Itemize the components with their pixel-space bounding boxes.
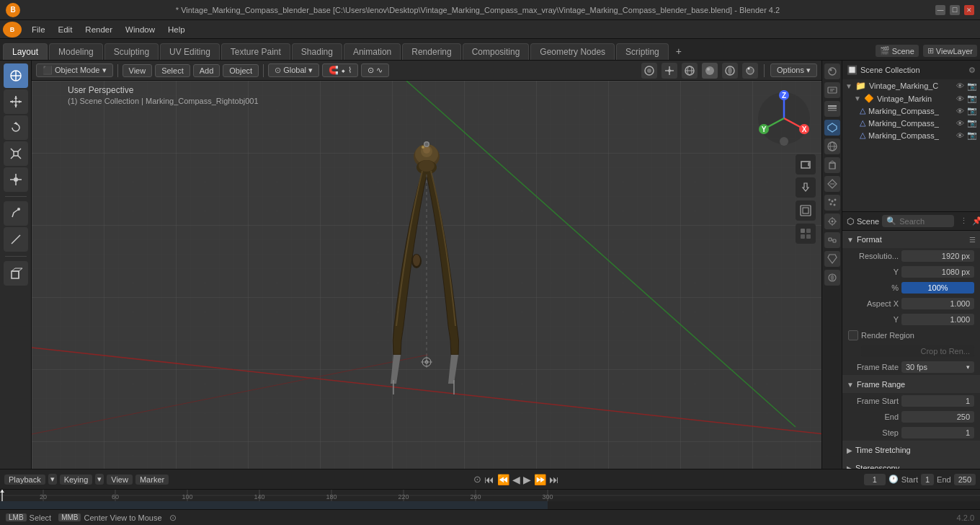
viewport-shading-wire[interactable]	[682, 63, 698, 79]
transform-space[interactable]: ⊙ Global ▾	[268, 63, 319, 77]
frame-rate-select[interactable]: 30 fps ▾	[901, 361, 974, 373]
zoom-extents[interactable]	[796, 200, 816, 221]
properties-pin-icon[interactable]: 📌	[972, 216, 980, 226]
tab-geometry-nodes[interactable]: Geometry Nodes	[530, 43, 615, 60]
cursor-tool[interactable]	[4, 63, 28, 88]
menu-help[interactable]: Help	[162, 24, 191, 35]
jump-start-button[interactable]: ⏮	[484, 474, 494, 485]
object-properties-icon[interactable]	[824, 157, 840, 173]
visibility-icon-4[interactable]: 👁	[956, 119, 964, 128]
tab-scripting[interactable]: Scripting	[616, 43, 669, 60]
viewlayer-selector[interactable]: ⊞ ViewLayer	[923, 45, 977, 57]
viewport-gizmos[interactable]	[662, 63, 677, 79]
tab-sculpting[interactable]: Sculpting	[104, 43, 159, 60]
world-properties-icon[interactable]	[824, 138, 840, 154]
frame-step-value[interactable]: 1	[901, 427, 974, 438]
options-button[interactable]: Options ▾	[770, 63, 817, 77]
tab-texture-paint[interactable]: Texture Paint	[221, 43, 290, 60]
stereoscopy-header[interactable]: ▶ Stereoscopy	[842, 459, 980, 469]
restrict-icon-3[interactable]: 📷	[967, 106, 977, 115]
view-menu-timeline[interactable]: View	[107, 475, 133, 485]
visibility-icon-3[interactable]: 👁	[956, 107, 964, 115]
outliner-item-mesh3[interactable]: △ Marking_Compass_ 👁 📷	[842, 129, 980, 141]
toggle-quad[interactable]	[796, 224, 816, 244]
current-frame-field[interactable]: 1	[864, 474, 886, 485]
output-properties-icon[interactable]	[824, 82, 840, 98]
tl-icon-filter[interactable]: ⊙	[473, 474, 481, 485]
add-menu[interactable]: Add	[193, 64, 220, 77]
play-button[interactable]: ▶	[523, 474, 531, 485]
menu-edit[interactable]: Edit	[53, 24, 79, 35]
render-region-checkbox[interactable]	[848, 330, 858, 340]
constraints-icon[interactable]	[824, 232, 840, 248]
material-properties-icon[interactable]	[824, 270, 840, 286]
frame-range-section-header[interactable]: ▼ Frame Range	[842, 376, 980, 393]
scale-tool[interactable]	[4, 141, 28, 166]
viewport-shading-render[interactable]	[742, 63, 758, 79]
camera-icon[interactable]: 📷	[967, 81, 977, 91]
crop-render-value[interactable]: Crop to Ren...	[861, 345, 974, 357]
camera-view-button[interactable]	[796, 154, 816, 175]
timeline-track[interactable]: 20 60 100 140 180 220 260 300	[0, 489, 980, 509]
outliner-item-mesh2[interactable]: △ Marking_Compass_ 👁 📷	[842, 117, 980, 129]
keying-dropdown[interactable]: ▾	[95, 474, 104, 485]
render-properties-icon[interactable]	[824, 63, 840, 79]
transform-tool[interactable]	[4, 167, 28, 192]
frame-end-value[interactable]: 250	[901, 411, 974, 423]
jump-end-button[interactable]: ⏭	[549, 474, 559, 485]
tab-rendering[interactable]: Rendering	[402, 43, 460, 60]
annotate-tool[interactable]	[4, 201, 28, 226]
select-menu[interactable]: Select	[155, 64, 190, 77]
end-frame-field[interactable]: 250	[954, 474, 976, 485]
restrict-icon-5[interactable]: 📷	[967, 131, 977, 140]
playback-dropdown[interactable]: ▾	[48, 474, 57, 485]
data-properties-icon[interactable]	[824, 251, 840, 267]
outliner-item-armature[interactable]: ▼ 🔶 Vintage_Markin 👁 📷	[842, 92, 980, 105]
marker-menu[interactable]: Marker	[135, 475, 169, 485]
close-button[interactable]: ✕	[964, 5, 974, 15]
start-frame-field[interactable]: 1	[921, 474, 934, 485]
navigation-gizmo[interactable]: Z X Y	[755, 89, 813, 147]
viewport-overlays[interactable]	[641, 63, 657, 79]
step-forward-button[interactable]: ⏩	[534, 474, 546, 485]
physics-icon[interactable]	[824, 213, 840, 229]
maximize-button[interactable]: ☐	[950, 5, 960, 15]
viewport-shading-material[interactable]	[722, 63, 738, 79]
frame-start-value[interactable]: 1	[901, 395, 974, 407]
tab-compositing[interactable]: Compositing	[463, 43, 530, 60]
scene-selector[interactable]: 🎬 Scene	[876, 45, 919, 57]
keying-menu[interactable]: Keying	[60, 475, 93, 485]
tab-shading[interactable]: Shading	[292, 43, 342, 60]
grab-tool[interactable]	[796, 177, 816, 198]
menu-window[interactable]: Window	[120, 24, 161, 35]
properties-search-input[interactable]	[899, 217, 950, 226]
restrict-icon-4[interactable]: 📷	[967, 118, 977, 128]
visibility-icon[interactable]: 👁	[956, 81, 964, 90]
add-cube-tool[interactable]	[4, 261, 28, 286]
outliner-item-collection[interactable]: ▼ 📁 Vintage_Marking_C 👁 📷	[842, 79, 980, 92]
menu-file[interactable]: File	[26, 24, 51, 35]
view-menu[interactable]: View	[122, 64, 153, 77]
measure-tool[interactable]	[4, 227, 28, 252]
move-tool[interactable]	[4, 89, 28, 114]
add-workspace-button[interactable]: +	[670, 43, 687, 60]
object-menu[interactable]: Object	[223, 64, 259, 77]
aspect-x-value[interactable]: 1.000	[901, 298, 974, 309]
rotate-tool[interactable]	[4, 115, 28, 140]
time-stretching-header[interactable]: ▶ Time Stretching	[842, 441, 980, 459]
mode-selector[interactable]: ⬛ Object Mode ▾	[36, 63, 113, 77]
format-section-header[interactable]: ▼ Format ☰	[842, 231, 980, 248]
particles-icon[interactable]	[824, 195, 840, 211]
blender-menu-logo[interactable]: B	[3, 22, 22, 38]
viewport[interactable]: ⬛ Object Mode ▾ View Select Add Object ⊙…	[32, 61, 821, 469]
play-reverse-button[interactable]: ◀	[512, 474, 520, 485]
snap-button[interactable]: 🧲 ⬥ ⌇	[322, 63, 358, 77]
proportional-edit[interactable]: ⊙ ∿	[361, 63, 389, 77]
format-options-icon[interactable]: ☰	[969, 236, 976, 244]
minimize-button[interactable]: —	[935, 5, 945, 15]
playback-menu[interactable]: Playback	[4, 475, 45, 485]
outliner-item-mesh1[interactable]: △ Marking_Compass_ 👁 📷	[842, 105, 980, 117]
resolution-x-value[interactable]: 1920 px	[901, 250, 974, 262]
properties-expand-icon[interactable]: ⋮	[960, 216, 968, 226]
modifiers-icon[interactable]	[824, 176, 840, 192]
